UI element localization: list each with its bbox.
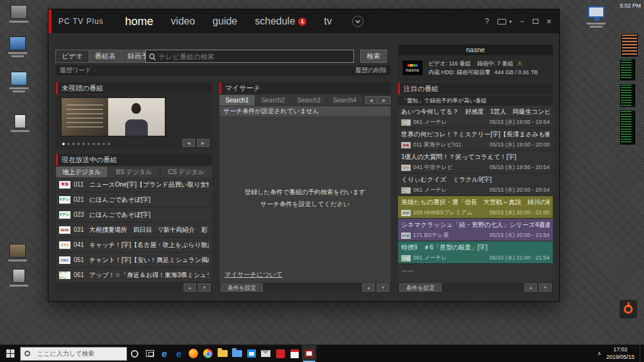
- featured-program-row[interactable]: 特捜9 ＃6「星型の殺意」[字] メ〜テレ 061 メーテレ 05/15 (水)…: [398, 241, 553, 264]
- maximize-button[interactable]: [533, 19, 538, 24]
- minimize-button[interactable]: −: [520, 17, 525, 26]
- scroll-up-button[interactable]: ▲: [362, 283, 375, 292]
- about-mysearch-link[interactable]: マイサーチについて: [225, 270, 282, 279]
- desktop-icon[interactable]: [6, 36, 29, 57]
- nav-video[interactable]: video: [171, 16, 195, 27]
- segment-video-button[interactable]: ビデオ: [55, 50, 89, 63]
- program-title: にほんごであそぼ[字]: [89, 211, 150, 219]
- taskbar-item-firefox[interactable]: [186, 345, 201, 362]
- nav-expand-chevron-icon[interactable]: [352, 16, 364, 27]
- taskbar-item-pctv-plus[interactable]: [302, 345, 316, 362]
- featured-program-row[interactable]: あいつ今何してる？ 好感度 1芸人 同級生コンビ・サンドウ… メ〜テレ 061 …: [398, 106, 553, 128]
- help-icon[interactable]: ?: [485, 17, 489, 26]
- display-settings-icon[interactable]: [585, 6, 608, 28]
- scroll-down-button[interactable]: ▼: [198, 283, 211, 292]
- device-menu-chevron-icon[interactable]: ▾: [509, 19, 512, 25]
- taskbar-item-chrome[interactable]: [201, 345, 215, 362]
- power-widget[interactable]: [619, 299, 638, 319]
- mysearch-empty-message: 登録した条件で番組の予約検索を行います サーチ条件を設定してください: [219, 186, 391, 210]
- desktop-icon[interactable]: [8, 5, 30, 23]
- recycle-bin-icon[interactable]: [8, 269, 30, 287]
- onair-program-row[interactable]: メ〜テレ 061 アップ！☆「身近＆お得！東海3県ミシュランとれ…: [56, 268, 212, 283]
- hdd-label: 内蔵 HDD: 録画可能容量: [428, 68, 491, 77]
- featured-program-row[interactable]: 英雄たちの選択・選「信長 大苦戦～真説 姉川の戦い～」[字] BSP 103 N…: [398, 196, 553, 219]
- task-view-button[interactable]: [142, 350, 157, 357]
- featured-program-row[interactable]: 世界の何だコレ！？ミステリー[字]【長澤まさみも衝撃＆感動！オ… 東海 011 …: [398, 128, 553, 151]
- taskbar-item-mail[interactable]: [258, 345, 273, 362]
- tab-bs[interactable]: BS デジタル: [108, 167, 160, 177]
- tab-search2[interactable]: Search2: [255, 95, 291, 106]
- start-button[interactable]: [0, 345, 20, 362]
- tray-expand-icon[interactable]: ∧: [597, 351, 601, 356]
- nav-schedule[interactable]: schedule 1: [255, 16, 306, 27]
- cortana-button[interactable]: [127, 350, 142, 358]
- taskbar-item-folder[interactable]: [215, 345, 230, 362]
- onair-section-header: 現在放送中の番組: [56, 154, 212, 165]
- taskbar-item-calendar[interactable]: [287, 345, 302, 362]
- pctv-plus-icon: [304, 349, 314, 358]
- calendar-widget[interactable]: [621, 34, 638, 57]
- tabs-prev-button[interactable]: ◀: [365, 96, 377, 104]
- program-search-input[interactable]: [158, 53, 350, 60]
- tab-search1[interactable]: Search1: [219, 95, 255, 106]
- featured-program-row[interactable]: くりぃむクイズ ミラクル9[字] メ〜テレ 061 メーテレ 05/15 (水)…: [398, 173, 553, 196]
- scroll-up-button[interactable]: ▲: [184, 283, 196, 292]
- nav-guide[interactable]: guide: [213, 16, 237, 27]
- nasne-device-bar[interactable]: nasne: [398, 45, 553, 55]
- taskbar-item-app[interactable]: [273, 345, 287, 362]
- featured-program-row[interactable]: ……: [398, 264, 553, 283]
- titlebar[interactable]: PC TV Plus home video guide schedule 1 t…: [48, 9, 559, 33]
- taskbar-search-box[interactable]: ここに入力して検索: [20, 347, 127, 361]
- taskbar-clock[interactable]: 17:02 2019/05/15: [606, 346, 635, 361]
- onair-program-row[interactable]: CBC 051 チャント！[字]【安い！満足ミシュラン掲載店、お値…: [56, 253, 212, 268]
- carousel-next-button[interactable]: ▶: [197, 139, 209, 147]
- desktop-icon-glyph: [14, 114, 26, 128]
- carousel-prev-button[interactable]: ◀: [182, 139, 195, 147]
- desktop-icon[interactable]: [8, 72, 30, 92]
- tab-terrestrial[interactable]: 地上デジタル: [56, 167, 108, 177]
- device-icon[interactable]: [497, 19, 506, 25]
- search-button[interactable]: 検索: [360, 50, 387, 63]
- close-button[interactable]: ×: [547, 16, 552, 26]
- channel-logo: 東海: [401, 142, 411, 148]
- desktop-icon-glyph: [11, 5, 27, 19]
- set-conditions-button[interactable]: 条件を設定: [399, 283, 441, 292]
- onair-program-row[interactable]: Eテレ 023 にほんごであそぼ[字]: [56, 207, 212, 222]
- tab-search3[interactable]: Search3: [291, 95, 326, 106]
- segment-guide-button[interactable]: 番組表: [89, 50, 122, 63]
- system-monitor-widget: [620, 111, 635, 145]
- tab-search4[interactable]: Search4: [327, 95, 362, 106]
- show-desktop-button[interactable]: [640, 345, 643, 362]
- taskbar-item-store[interactable]: [244, 345, 258, 362]
- nav-home[interactable]: home: [125, 15, 153, 28]
- featured-program-row[interactable]: 1億人の大質問！？笑ってコラえて！[字] CTV 041 中京テレビ 05/15…: [398, 151, 553, 173]
- history-clear-button[interactable]: 履歴の削除: [355, 66, 387, 75]
- desktop-icon[interactable]: [9, 114, 31, 132]
- tab-cs[interactable]: CS デジタル: [160, 167, 212, 177]
- channel-logo: メ〜テレ: [401, 119, 411, 126]
- system-monitor-widget: [620, 84, 635, 107]
- onair-program-row[interactable]: CTV 041 キャッチ！[字]【名古屋・吹上をぶらり散歩！都会の…: [56, 238, 212, 253]
- taskbar-item-explorer[interactable]: [230, 345, 244, 362]
- taskbar-item-edge-dark[interactable]: e: [172, 345, 186, 362]
- carousel-dots[interactable]: [62, 143, 110, 145]
- taskbar-item-edge[interactable]: e: [157, 345, 172, 362]
- set-conditions-button[interactable]: 条件を設定: [221, 283, 263, 292]
- onair-program-row[interactable]: NHK 031 大相撲夏場所 四日目 ▽新十両紹介 彩（埼玉・…: [56, 222, 212, 238]
- program-thumbnail[interactable]: [61, 97, 165, 136]
- program-meta: BS東 171 BSテレ東 05/15 (水) 20:00 - 21:54: [401, 231, 550, 239]
- scroll-down-button[interactable]: ▼: [377, 283, 389, 292]
- desktop-icon[interactable]: [6, 244, 29, 261]
- featured-category-row[interactable]: 「愛知」で録画予約率が高い番組: [398, 96, 553, 106]
- featured-program-row[interactable]: シネマクラッシュ「続・荒野の七人」シリーズ4週連続！伝説の… BS東 171 B…: [398, 219, 553, 241]
- nav-tv[interactable]: tv: [324, 16, 331, 27]
- broadcast-time: 05/15 (水) 19:56 - 20:54: [489, 163, 550, 172]
- onair-program-row[interactable]: Eテレ 021 にほんごであそぼ[字]: [56, 192, 212, 207]
- warning-icon: ⚠: [517, 59, 522, 68]
- onair-program-row[interactable]: 東海 011 ニュースOne[字]【ブランド品買い取り女性バイヤ…: [56, 177, 212, 192]
- cortana-icon: [131, 350, 138, 358]
- scroll-down-button[interactable]: ▼: [539, 283, 552, 292]
- tabs-next-button[interactable]: ▶: [378, 96, 391, 104]
- scroll-up-button[interactable]: ▲: [525, 283, 537, 292]
- mysearch-status: サーチ条件が設定されていません: [219, 106, 391, 116]
